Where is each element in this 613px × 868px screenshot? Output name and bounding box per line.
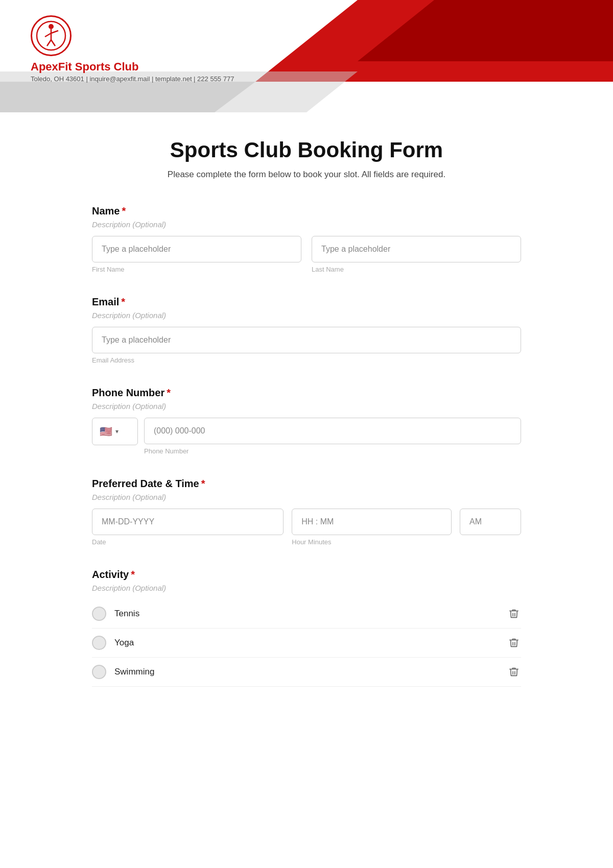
datetime-description: Description (Optional) bbox=[92, 493, 521, 501]
phone-section: Phone Number* Description (Optional) 🇺🇸 … bbox=[92, 387, 521, 455]
activity-section: Activity* Description (Optional) Tennis … bbox=[92, 569, 521, 687]
email-required-star: * bbox=[121, 296, 125, 307]
phone-description: Description (Optional) bbox=[92, 402, 521, 411]
date-sublabel: Date bbox=[92, 538, 284, 546]
activity-left: Swimming bbox=[92, 665, 154, 679]
datetime-section: Preferred Date & Time* Description (Opti… bbox=[92, 478, 521, 546]
svg-line-6 bbox=[51, 40, 55, 46]
ampm-group bbox=[460, 509, 521, 535]
activity-item: Tennis bbox=[92, 599, 521, 629]
email-label: Email* bbox=[92, 296, 521, 308]
ampm-input[interactable] bbox=[460, 509, 521, 535]
flag-icon: 🇺🇸 bbox=[100, 425, 112, 438]
company-address: Toledo, OH 43601 | inquire@apexfit.mail … bbox=[31, 75, 234, 83]
phone-row: 🇺🇸 ▾ Phone Number bbox=[92, 418, 521, 455]
email-sublabel: Email Address bbox=[92, 356, 521, 364]
header: ApexFit Sports Club Toledo, OH 43601 | i… bbox=[0, 0, 613, 112]
activity-name: Tennis bbox=[114, 609, 139, 619]
activity-description: Description (Optional) bbox=[92, 584, 521, 592]
activity-required-star: * bbox=[131, 569, 135, 580]
activity-label: Activity* bbox=[92, 569, 521, 581]
country-selector[interactable]: 🇺🇸 ▾ bbox=[92, 418, 138, 445]
header-gray-mid-shape bbox=[0, 82, 255, 112]
phone-input-wrap: Phone Number bbox=[144, 418, 521, 455]
activity-left: Yoga bbox=[92, 636, 134, 650]
phone-input[interactable] bbox=[144, 418, 521, 444]
first-name-input[interactable] bbox=[92, 236, 301, 262]
logo-text: ApexFit Sports Club Toledo, OH 43601 | i… bbox=[31, 60, 234, 83]
email-section: Email* Description (Optional) Email Addr… bbox=[92, 296, 521, 364]
date-input[interactable] bbox=[92, 509, 284, 535]
last-name-sublabel: Last Name bbox=[312, 266, 521, 273]
company-name: ApexFit Sports Club bbox=[31, 60, 234, 74]
header-logo-area: ApexFit Sports Club Toledo, OH 43601 | i… bbox=[31, 15, 234, 83]
name-input-row: First Name Last Name bbox=[92, 236, 521, 273]
time-input[interactable] bbox=[292, 509, 452, 535]
svg-line-4 bbox=[51, 31, 58, 33]
activity-item: Swimming bbox=[92, 658, 521, 687]
chevron-down-icon: ▾ bbox=[115, 428, 119, 435]
name-section: Name* Description (Optional) First Name … bbox=[92, 205, 521, 273]
svg-line-3 bbox=[45, 33, 51, 37]
time-group: Hour Minutes bbox=[292, 509, 452, 546]
first-name-group: First Name bbox=[92, 236, 301, 273]
logo-svg bbox=[36, 20, 66, 51]
activity-item: Yoga bbox=[92, 629, 521, 658]
email-description: Description (Optional) bbox=[92, 311, 521, 320]
required-star: * bbox=[122, 205, 126, 216]
phone-label: Phone Number* bbox=[92, 387, 521, 399]
name-description: Description (Optional) bbox=[92, 220, 521, 229]
last-name-input[interactable] bbox=[312, 236, 521, 262]
name-label: Name* bbox=[92, 205, 521, 217]
activity-name: Swimming bbox=[114, 667, 154, 677]
time-sublabel: Hour Minutes bbox=[292, 538, 452, 546]
radio-circle[interactable] bbox=[92, 607, 106, 621]
date-group: Date bbox=[92, 509, 284, 546]
form-title: Sports Club Booking Form bbox=[92, 138, 521, 162]
radio-circle[interactable] bbox=[92, 636, 106, 650]
datetime-required-star: * bbox=[201, 478, 205, 489]
email-input-group: Email Address bbox=[92, 327, 521, 364]
datetime-row: Date Hour Minutes bbox=[92, 509, 521, 546]
trash-icon[interactable] bbox=[507, 607, 521, 621]
svg-point-1 bbox=[49, 24, 54, 29]
radio-circle[interactable] bbox=[92, 665, 106, 679]
phone-sublabel: Phone Number bbox=[144, 447, 521, 455]
last-name-group: Last Name bbox=[312, 236, 521, 273]
email-input[interactable] bbox=[92, 327, 521, 353]
form-subtitle: Please complete the form below to book y… bbox=[92, 170, 521, 180]
activity-list: Tennis Yoga bbox=[92, 599, 521, 687]
trash-icon[interactable] bbox=[507, 665, 521, 679]
logo-circle bbox=[31, 15, 72, 56]
svg-line-5 bbox=[47, 40, 51, 46]
phone-required-star: * bbox=[167, 387, 171, 398]
trash-icon[interactable] bbox=[507, 636, 521, 650]
first-name-sublabel: First Name bbox=[92, 266, 301, 273]
activity-name: Yoga bbox=[114, 638, 134, 648]
main-content: Sports Club Booking Form Please complete… bbox=[77, 112, 536, 751]
datetime-label: Preferred Date & Time* bbox=[92, 478, 521, 490]
activity-left: Tennis bbox=[92, 607, 139, 621]
